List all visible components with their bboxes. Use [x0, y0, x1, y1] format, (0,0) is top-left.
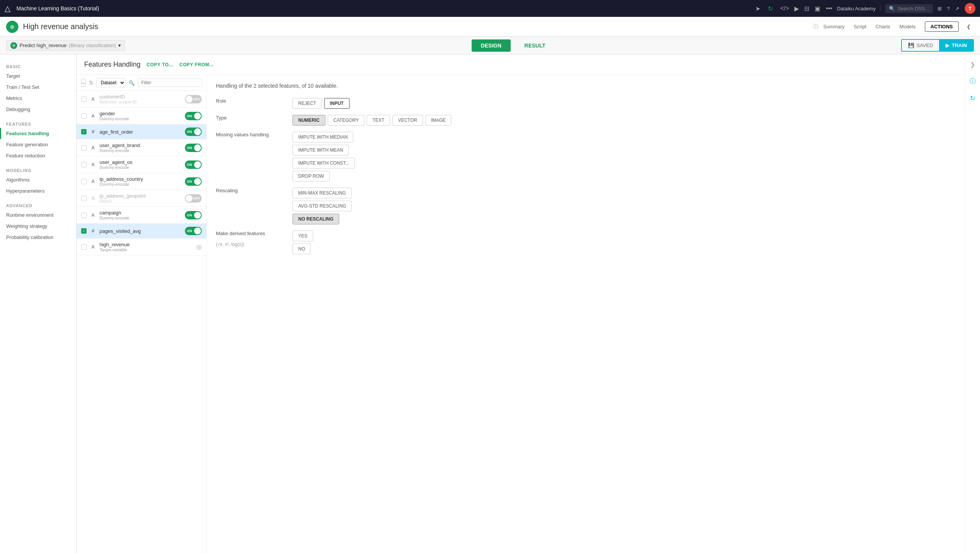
feature-toggle-ip-address-geopoint[interactable]: OFF [185, 194, 202, 203]
collapse-panel-icon[interactable]: ❮ [963, 21, 974, 32]
sidebar-item-feature-generation[interactable]: Feature generation [0, 139, 76, 150]
feature-checkbox-ip-address-geopoint[interactable] [81, 196, 87, 201]
nav-run-icon[interactable]: ▶ [794, 5, 799, 12]
derived-no-button[interactable]: NO [292, 244, 311, 254]
nav-charts[interactable]: Charts [875, 24, 890, 29]
feature-toggle-pages-visited-avg[interactable]: ON [185, 227, 202, 235]
design-tab[interactable]: DESIGN [472, 39, 511, 52]
feature-type-user-agent-brand: A [90, 144, 96, 151]
feature-type-pages-visited-avg: # [90, 227, 96, 234]
sidebar-item-weighting[interactable]: Weighting strategy [0, 221, 76, 232]
rescaling-minmax-button[interactable]: MIN-MAX RESCALING [292, 188, 352, 198]
sidebar-item-metrics[interactable]: Metrics [0, 93, 76, 104]
info-circle-icon[interactable]: ⓘ [967, 76, 978, 87]
feature-checkbox-gender[interactable] [81, 113, 87, 119]
missing-impute-mean-button[interactable]: IMPUTE WITH MEAN [292, 145, 349, 155]
feature-checkbox-ip-address-country[interactable] [81, 179, 87, 184]
copy-to-button[interactable]: COPY TO... [147, 62, 173, 67]
copy-from-button[interactable]: COPY FROM... [180, 62, 214, 67]
feature-checkbox-user-agent-brand[interactable] [81, 145, 87, 151]
type-category-button[interactable]: CATEGORY [328, 115, 364, 126]
missing-impute-const-button[interactable]: IMPUTE WITH CONST... [292, 158, 355, 169]
actions-button[interactable]: ACTIONS [925, 21, 959, 32]
sort-select[interactable]: Dataset [96, 78, 126, 87]
result-tab[interactable]: RESULT [515, 39, 555, 52]
sidebar-item-features-handling[interactable]: Features handling [0, 128, 76, 139]
search-placeholder: Search DSS... [897, 6, 929, 11]
role-input-button[interactable]: INPUT [324, 98, 350, 109]
train-button[interactable]: ▶ TRAIN [939, 40, 973, 51]
predict-dropdown-icon[interactable]: ▾ [118, 43, 121, 48]
toggle-thumb-5 [194, 178, 201, 185]
rescaling-none-button[interactable]: NO RESCALING [292, 214, 339, 224]
feature-checkbox-campaign[interactable] [81, 213, 87, 218]
sidebar-item-probability[interactable]: Probability calibration [0, 232, 76, 243]
feature-checkbox-age-first-order[interactable]: ✓ [81, 129, 87, 134]
select-all-checkbox[interactable]: — [81, 79, 86, 87]
feature-item-ip-address-geopoint[interactable]: A ip_address_geopoint Reject OFF [77, 190, 206, 207]
nav-refresh-icon[interactable]: ↻ [766, 4, 775, 13]
user-avatar[interactable]: T [965, 3, 975, 14]
nav-more-icon[interactable]: ••• [826, 5, 832, 12]
sidebar-item-train-test[interactable]: Train / Test Set [0, 82, 76, 93]
missing-impute-median-button[interactable]: IMPUTE WITH MEDIAN [292, 132, 353, 142]
feature-toggle-user-agent-brand[interactable]: ON [185, 144, 202, 152]
nav-models[interactable]: Models [900, 24, 916, 29]
nav-screen-icon[interactable]: ▣ [815, 5, 820, 12]
feature-item-high-revenue[interactable]: A high_revenue Target variable ◎ [77, 239, 206, 255]
nav-send-icon[interactable]: ➤ [755, 5, 760, 12]
grid-icon[interactable]: ⊞ [938, 6, 942, 11]
nav-summary[interactable]: Summary [823, 24, 844, 29]
sidebar-item-hyperparameters[interactable]: Hyperparameters [0, 185, 76, 196]
type-vector-button[interactable]: VECTOR [392, 115, 423, 126]
nav-script[interactable]: Script [854, 24, 866, 29]
feature-checkbox-pages-visited-avg[interactable]: ✓ [81, 228, 87, 234]
feature-checkbox-high-revenue[interactable] [81, 244, 87, 250]
missing-label: Missing values handling [216, 132, 292, 137]
feature-item-customerid[interactable]: A customerID Rejected, unique ID OFF [77, 91, 206, 108]
search-box[interactable]: 🔍 Search DSS... [885, 4, 933, 13]
type-numeric-button[interactable]: NUMERIC [292, 115, 325, 126]
derived-yes-button[interactable]: YES [292, 231, 313, 241]
feature-toggle-gender[interactable]: ON [185, 112, 202, 120]
feature-name-age-first-order: age_first_order [100, 129, 182, 135]
refresh-circle-icon[interactable]: ↻ [967, 93, 978, 103]
rescaling-avgstd-button[interactable]: AVG-STD RESCALING [292, 201, 352, 211]
sidebar-item-algorithms[interactable]: Algorithms [0, 174, 76, 185]
feature-item-user-agent-brand[interactable]: A user_agent_brand Dummy-encode ON [77, 139, 206, 156]
predict-selector[interactable]: ⊕ Predict high_revenue (Binary classific… [6, 40, 125, 51]
nav-toolbar: ➤ ↻ </> ▶ ⊟ ▣ ••• [755, 4, 832, 13]
role-reject-button[interactable]: REJECT [292, 98, 322, 109]
project-info-icon[interactable]: ⓘ [813, 23, 818, 30]
nav-code-icon[interactable]: </> [780, 5, 789, 12]
feature-item-campaign[interactable]: A campaign Dummy-encode ON [77, 207, 206, 224]
feature-toggle-customerid[interactable]: OFF [185, 95, 202, 103]
sidebar-item-debugging[interactable]: Debugging [0, 104, 76, 115]
feature-toggle-user-agent-os[interactable]: ON [185, 160, 202, 169]
feature-sub-ip-address-country: Dummy-encode [100, 182, 182, 187]
sidebar-item-feature-reduction[interactable]: Feature reduction [0, 150, 76, 161]
feature-checkbox-user-agent-os[interactable] [81, 162, 87, 167]
right-arrow-icon[interactable]: ❯ [967, 59, 978, 70]
sort-icon[interactable]: ⇅ [89, 80, 93, 86]
sidebar-item-runtime[interactable]: Runtime environment [0, 209, 76, 221]
trends-icon[interactable]: ↗ [955, 6, 959, 11]
nav-deploy-icon[interactable]: ⊟ [804, 5, 809, 12]
type-text-button[interactable]: TEXT [367, 115, 390, 126]
type-image-button[interactable]: IMAGE [425, 115, 452, 126]
filter-input[interactable] [138, 79, 202, 87]
feature-checkbox-customerid[interactable] [81, 97, 87, 102]
feature-item-pages-visited-avg[interactable]: ✓ # pages_visited_avg ON [77, 224, 206, 239]
saved-button[interactable]: 💾 SAVED [902, 40, 939, 51]
missing-drop-row-button[interactable]: DROP ROW [292, 171, 330, 182]
feature-name-user-agent-brand: user_agent_brand [100, 142, 182, 148]
sidebar-item-target[interactable]: Target [0, 70, 76, 82]
feature-toggle-age-first-order[interactable]: ON [185, 128, 202, 136]
feature-item-gender[interactable]: A gender Dummy-encode ON [77, 108, 206, 124]
feature-item-age-first-order[interactable]: ✓ # age_first_order ON [77, 124, 206, 139]
feature-item-user-agent-os[interactable]: A user_agent_os Dummy-encode ON [77, 156, 206, 173]
feature-toggle-campaign[interactable]: ON [185, 211, 202, 219]
feature-toggle-ip-address-country[interactable]: ON [185, 177, 202, 186]
feature-item-ip-address-country[interactable]: A ip_address_country Dummy-encode ON [77, 173, 206, 190]
help-icon[interactable]: ? [947, 6, 950, 11]
